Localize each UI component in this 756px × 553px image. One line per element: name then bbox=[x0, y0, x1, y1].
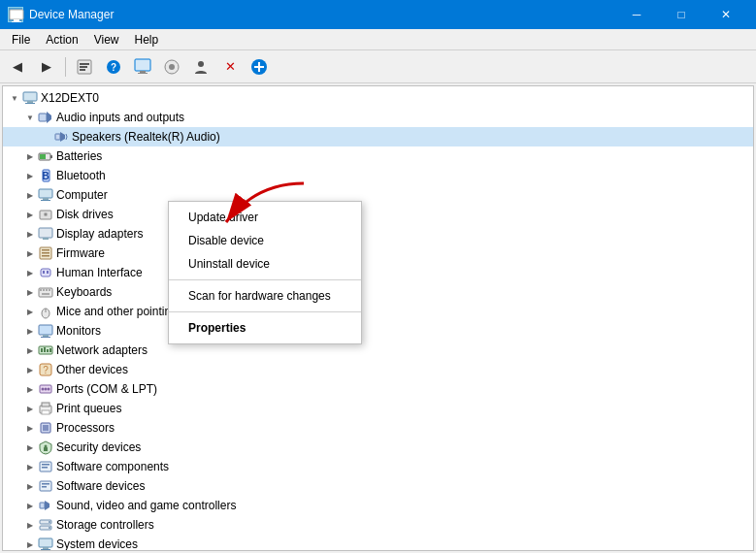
monitor-icon bbox=[38, 323, 53, 339]
hid-expander[interactable]: ▶ bbox=[22, 265, 38, 280]
tree-batteries[interactable]: ▶ Batteries bbox=[3, 146, 753, 166]
print-expander[interactable]: ▶ bbox=[22, 401, 38, 416]
display-expander[interactable]: ▶ bbox=[22, 226, 38, 242]
ctx-scan-hardware[interactable]: Scan for hardware changes bbox=[169, 284, 361, 308]
tree-other[interactable]: ▶ ? Other devices bbox=[3, 360, 753, 379]
svg-marker-81 bbox=[45, 501, 49, 510]
tree-processors[interactable]: ▶ Processors bbox=[3, 418, 753, 438]
svg-rect-40 bbox=[42, 252, 49, 254]
forward-button[interactable]: ▶ bbox=[33, 54, 60, 80]
system-expander[interactable]: ▶ bbox=[22, 537, 38, 551]
svg-rect-48 bbox=[46, 289, 48, 291]
tree-bluetooth[interactable]: ▶ B Bluetooth bbox=[3, 166, 753, 185]
ctx-properties[interactable]: Properties bbox=[169, 316, 361, 340]
tree-security[interactable]: ▶ Security devices bbox=[3, 438, 753, 457]
tree-disk[interactable]: ▶ Disk drives bbox=[3, 205, 753, 224]
security-expander[interactable]: ▶ bbox=[22, 439, 38, 455]
ctx-update-driver[interactable]: Update driver bbox=[169, 206, 361, 229]
other-expander[interactable]: ▶ bbox=[22, 362, 38, 377]
tree-root[interactable]: ▼ X12DEXT0 bbox=[3, 88, 753, 108]
svg-rect-80 bbox=[40, 503, 45, 508]
audio-label: Audio inputs and outputs bbox=[56, 111, 184, 124]
svg-rect-20 bbox=[25, 103, 35, 104]
tree-sw-devices[interactable]: ▶ Software devices bbox=[3, 476, 753, 496]
sw-components-expander[interactable]: ▶ bbox=[22, 459, 38, 474]
firmware-expander[interactable]: ▶ bbox=[22, 245, 38, 261]
svg-rect-26 bbox=[50, 155, 52, 158]
minimize-button[interactable]: ─ bbox=[614, 0, 659, 29]
svg-rect-88 bbox=[41, 549, 50, 550]
keyboards-expander[interactable]: ▶ bbox=[22, 284, 38, 300]
tree-sw-components[interactable]: ▶ Software components bbox=[3, 457, 753, 476]
svg-rect-46 bbox=[40, 289, 42, 291]
delete-button[interactable]: ✕ bbox=[216, 54, 244, 80]
title-bar-controls: ─ □ ✕ bbox=[614, 0, 748, 29]
sw-devices-expander[interactable]: ▶ bbox=[22, 478, 38, 494]
sound-label: Sound, video and game controllers bbox=[56, 499, 236, 512]
tree-view[interactable]: ▼ X12DEXT0 ▼ bbox=[2, 85, 754, 551]
close-button[interactable]: ✕ bbox=[704, 0, 748, 29]
tree-mice[interactable]: ▶ Mice and other pointing devices bbox=[3, 302, 753, 321]
svg-rect-57 bbox=[41, 348, 43, 352]
mice-expander[interactable]: ▶ bbox=[22, 304, 38, 319]
scan-button[interactable] bbox=[129, 54, 156, 80]
sound-expander[interactable]: ▶ bbox=[22, 498, 38, 513]
menu-help[interactable]: Help bbox=[127, 31, 167, 49]
processors-label: Processors bbox=[56, 421, 115, 435]
tree-monitors[interactable]: ▶ Monitors bbox=[3, 321, 753, 341]
tree-firmware[interactable]: ▶ Firmware bbox=[3, 244, 753, 263]
tree-keyboards[interactable]: ▶ Keyboards bbox=[3, 282, 753, 302]
tree-computer[interactable]: ▶ Computer bbox=[3, 185, 753, 205]
add-button[interactable] bbox=[246, 54, 273, 80]
bluetooth-expander[interactable]: ▶ bbox=[22, 168, 38, 183]
svg-point-84 bbox=[49, 521, 50, 523]
menu-file[interactable]: File bbox=[4, 31, 38, 49]
tree-system[interactable]: ▶ System devices bbox=[3, 535, 753, 551]
tree-storage[interactable]: ▶ Storage controllers bbox=[3, 515, 753, 535]
tree-ports[interactable]: ▶ Ports (COM & LPT) bbox=[3, 379, 753, 399]
security-icon bbox=[38, 439, 53, 455]
maximize-button[interactable]: □ bbox=[659, 0, 704, 29]
display-button[interactable] bbox=[158, 54, 185, 80]
ctx-uninstall-device[interactable]: Uninstall device bbox=[169, 252, 361, 276]
tree-network[interactable]: ▶ Network adapters bbox=[3, 341, 753, 360]
storage-icon bbox=[38, 517, 53, 533]
back-button[interactable]: ◀ bbox=[4, 54, 31, 80]
menu-action[interactable]: Action bbox=[38, 31, 85, 49]
tree-sound[interactable]: ▶ Sound, video and game controllers bbox=[3, 496, 753, 515]
svg-rect-9 bbox=[135, 59, 150, 71]
properties-button[interactable] bbox=[71, 54, 98, 80]
user-button[interactable] bbox=[187, 54, 214, 80]
svg-rect-30 bbox=[39, 189, 52, 198]
monitors-expander[interactable]: ▶ bbox=[22, 323, 38, 339]
storage-expander[interactable]: ▶ bbox=[22, 517, 38, 533]
svg-rect-19 bbox=[27, 101, 33, 103]
svg-text:?: ? bbox=[43, 365, 49, 375]
root-expander[interactable]: ▼ bbox=[7, 90, 22, 106]
disk-expander[interactable]: ▶ bbox=[22, 207, 38, 222]
mouse-icon bbox=[38, 304, 53, 319]
svg-text:B: B bbox=[42, 171, 49, 181]
audio-expander[interactable]: ▼ bbox=[22, 110, 38, 125]
menu-view[interactable]: View bbox=[86, 31, 127, 49]
firmware-label: Firmware bbox=[56, 246, 105, 260]
tree-display[interactable]: ▶ Display adapters bbox=[3, 224, 753, 244]
help-button[interactable]: ? bbox=[100, 54, 127, 80]
svg-rect-75 bbox=[42, 464, 49, 466]
ports-expander[interactable]: ▶ bbox=[22, 381, 38, 397]
hid-label: Human Interface bbox=[56, 266, 143, 279]
tree-speakers[interactable]: Speakers (Realtek(R) Audio) bbox=[3, 127, 753, 146]
ctx-disable-device[interactable]: Disable device bbox=[169, 229, 361, 252]
hid-icon bbox=[38, 265, 53, 280]
tree-print[interactable]: ▶ Print queues bbox=[3, 399, 753, 418]
svg-rect-4 bbox=[80, 63, 89, 65]
batteries-expander[interactable]: ▶ bbox=[22, 148, 38, 164]
tree-hid[interactable]: ▶ Human Interface bbox=[3, 263, 753, 282]
speaker-icon bbox=[53, 129, 69, 145]
network-expander[interactable]: ▶ bbox=[22, 342, 38, 358]
computer-expander[interactable]: ▶ bbox=[22, 187, 38, 203]
svg-rect-37 bbox=[43, 238, 49, 240]
tree-audio[interactable]: ▼ Audio inputs and outputs bbox=[3, 108, 753, 127]
disk-icon bbox=[38, 207, 53, 222]
processors-expander[interactable]: ▶ bbox=[22, 420, 38, 436]
